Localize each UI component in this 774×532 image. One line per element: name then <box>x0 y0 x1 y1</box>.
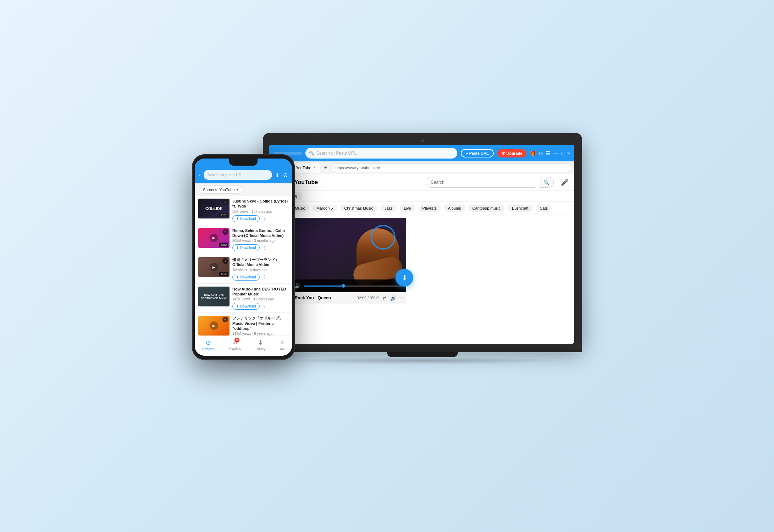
yt-cat-bushcraft[interactable]: Bushcraft <box>508 205 532 212</box>
yt-categories: All Music Maroon 5 Christmas Music Jazz … <box>269 202 574 215</box>
phone-video-list: ▶ + 4:21 COLLIDE Justine Skye - Collide … <box>195 196 292 336</box>
yt-cat-christmas[interactable]: Christmas Music <box>340 205 377 212</box>
sources-badge[interactable]: Sources: YouTube ▾ <box>199 185 242 194</box>
yt-cat-maroon5[interactable]: Maroon 5 <box>312 205 337 212</box>
download-label: Download <box>240 304 256 308</box>
nav-playlists[interactable]: ♫ 15 Playlists <box>229 339 241 351</box>
more-button-4[interactable]: ⋮ <box>262 304 267 309</box>
paste-url-button[interactable]: + Paste URL <box>461 149 494 157</box>
video-duration: 4:00 <box>219 243 228 247</box>
video-item: ▶ + フレデリック「オドループ」Music Video | Frederic … <box>195 313 292 336</box>
new-tab-button[interactable]: + <box>322 165 329 171</box>
download-label: Download <box>240 275 256 279</box>
download-button-2[interactable]: ⬇ Download <box>232 244 260 251</box>
yt-cat-jazz[interactable]: Jazz <box>380 205 397 212</box>
youtube-content: ☰ ▶ YouTube 🔍 🎤 ⌂ Home <box>269 174 574 306</box>
video-progress-fill <box>304 286 343 287</box>
laptop-shadow <box>281 357 564 364</box>
yt-cat-live[interactable]: Live <box>399 205 415 212</box>
phone-screen: ‹ Search or paste URL ⬇ ⊙ Sources: YouTu… <box>195 159 292 356</box>
laptop-base <box>263 347 582 352</box>
video-title: フレデリック「オドループ」Music Video | Frederic "odd… <box>232 316 288 331</box>
video-item: ▶ + 4:00 Rema, Selena Gomez - Calm Down … <box>195 225 292 255</box>
library-icon: ⬇ <box>258 339 263 347</box>
video-actions: ⬇ Download ⋮ <box>232 215 288 222</box>
phone-download-icon[interactable]: ⬇ <box>275 172 280 178</box>
video-thumb-1[interactable]: ▶ + 4:21 COLLIDE <box>198 199 230 218</box>
video-title: 優里『メリーゴーランド』Official Music Video <box>232 257 288 267</box>
download-button-4[interactable]: ⬇ Download <box>232 303 260 310</box>
video-progress-dot <box>342 284 345 288</box>
download-fab-button[interactable]: ⬇ <box>396 269 413 287</box>
video-thumb-4[interactable]: How AutoTune DESTROYED Music <box>198 287 230 306</box>
video-thumb-2[interactable]: ▶ + 4:00 <box>198 228 230 248</box>
phone-search-bar[interactable]: Search or paste URL <box>204 170 272 180</box>
yt-cat-cantopop[interactable]: Cantopop music <box>468 205 505 212</box>
discover-icon: ⊙ <box>206 339 211 347</box>
nav-discover[interactable]: ⊙ Discover <box>202 339 215 351</box>
video-duration: 5:14 <box>219 272 228 276</box>
download-icon: ⬇ <box>236 246 239 250</box>
phone-bottom-nav: ⊙ Discover ♫ 15 Playlists ⬇ Library <box>195 336 292 356</box>
download-button-3[interactable]: ⬇ Download <box>232 274 260 281</box>
yt-mic-icon[interactable]: 🎤 <box>561 178 569 186</box>
video-actions: ⬇ Download ⋮ <box>232 303 288 310</box>
minimize-icon[interactable]: — <box>553 150 558 156</box>
shuffle-icon[interactable]: ⇄ <box>382 295 387 301</box>
video-item: ▶ + 4:21 COLLIDE Justine Skye - Collide … <box>195 196 292 225</box>
yt-cat-cats[interactable]: Cats <box>536 205 552 212</box>
video-progress-bar[interactable] <box>304 286 403 287</box>
me-icon: ○ <box>281 339 284 346</box>
menu-icon[interactable]: ☰ <box>546 150 551 156</box>
more-button-1[interactable]: ⋮ <box>262 216 267 221</box>
nav-me[interactable]: ○ Me <box>280 339 285 351</box>
video-meta: 205M views · 3 months ago <box>232 239 288 243</box>
download-label: Download <box>240 217 256 221</box>
video-thumb-3[interactable]: ▶ + 5:14 <box>198 257 230 277</box>
video-thumb-5[interactable]: ▶ + <box>198 316 230 336</box>
maximize-icon[interactable]: □ <box>561 150 564 156</box>
yt-main-layout: ▶ ⏭ 🔊 <box>269 215 574 306</box>
phone-back-button[interactable]: ‹ <box>199 172 201 178</box>
laptop-stand <box>387 352 458 357</box>
nav-discover-label: Discover <box>202 347 215 351</box>
video-meta: 35K views · 18 hours ago <box>232 210 288 214</box>
video-info: How Auto-Tune DESTROYED Popular Music 14… <box>232 287 288 310</box>
download-label: Download <box>240 246 256 250</box>
phone: ‹ Search or paste URL ⬇ ⊙ Sources: YouTu… <box>192 154 295 360</box>
app-search-bar[interactable]: 🔍 Search or Paste URL <box>305 148 457 159</box>
laptop: 🔍 Search or Paste URL + Paste URL ♛ Upgr… <box>263 133 582 360</box>
add-icon[interactable]: + <box>222 229 228 235</box>
download-button-1[interactable]: ⬇ Download <box>232 215 260 222</box>
yt-search-button[interactable]: 🔍 <box>540 177 554 188</box>
more-button-2[interactable]: ⋮ <box>262 245 267 251</box>
badge-count: 15 <box>234 338 239 343</box>
video-info: 優里『メリーゴーランド』Official Music Video 1M view… <box>232 257 288 281</box>
yt-nav-row: ⌂ Home <box>269 191 574 202</box>
sources-label: Sources: YouTube <box>203 188 235 192</box>
nav-playlists-label: Playlists <box>229 347 241 350</box>
video-info: Rema, Selena Gomez - Calm Down (Official… <box>232 228 288 251</box>
tab-close-button[interactable]: × <box>314 166 316 170</box>
phone-settings-icon[interactable]: ⊙ <box>283 172 288 178</box>
volume-ctrl-icon[interactable]: 🔊 <box>390 295 396 301</box>
more-button-3[interactable]: ⋮ <box>262 274 267 280</box>
queue-icon[interactable]: ≡ <box>400 295 403 301</box>
volume-icon[interactable]: 🔊 <box>294 283 300 289</box>
video-title: How Auto-Tune DESTROYED Popular Music <box>232 287 288 297</box>
yt-logo-text: YouTube <box>294 179 318 185</box>
yt-cat-albums[interactable]: Albums <box>444 205 465 212</box>
video-meta: 145K views · 12 hours ago <box>232 297 288 301</box>
video-info: Justine Skye - Collide (Lyrics) ft. Tyga… <box>232 199 288 222</box>
close-icon[interactable]: × <box>567 150 570 156</box>
phone-header-icons: ⬇ ⊙ <box>275 172 288 178</box>
yt-search-input[interactable] <box>426 177 535 188</box>
phone-outer: ‹ Search or paste URL ⬇ ⊙ Sources: YouTu… <box>192 154 295 360</box>
upgrade-button[interactable]: ♛ Upgrade <box>497 149 527 157</box>
address-bar[interactable]: https://www.youtube.com/ <box>332 164 571 172</box>
yt-video-control-icons: ⇄ 🔊 ≡ <box>382 295 403 301</box>
yt-cat-playlists[interactable]: Playlists <box>418 205 441 212</box>
video-item: How AutoTune DESTROYED Music How Auto-Tu… <box>195 284 292 313</box>
download-icon: ⬇ <box>236 304 239 308</box>
nav-library[interactable]: ⬇ Library <box>256 339 266 351</box>
